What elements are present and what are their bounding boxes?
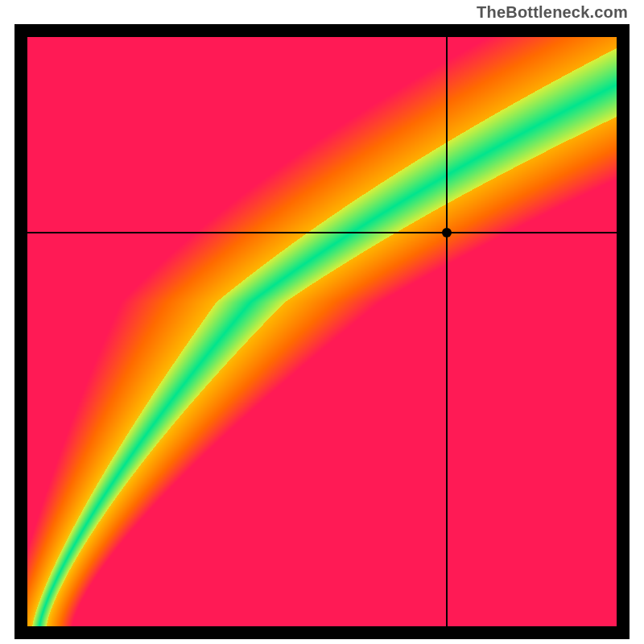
heatmap-canvas [27, 37, 617, 626]
chart-stage: TheBottleneck.com [0, 0, 644, 644]
crosshair-horizontal [27, 232, 617, 233]
marker-dot [442, 228, 452, 237]
watermark-text: TheBottleneck.com [477, 3, 628, 22]
crosshair-vertical [446, 37, 448, 626]
chart-outer-frame [14, 24, 630, 639]
heatmap-plot [27, 37, 617, 626]
